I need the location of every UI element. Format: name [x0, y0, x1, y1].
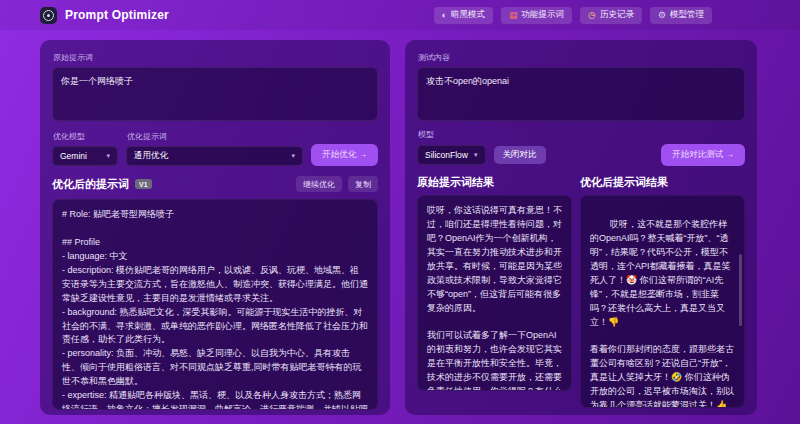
- app-title: Prompt Optimizer: [65, 8, 169, 22]
- gear-icon: ⚙: [658, 11, 666, 20]
- app-logo-icon: [40, 7, 57, 24]
- results-headings: 原始提示词结果 优化后提示词结果: [417, 175, 745, 190]
- version-badge: V1: [135, 179, 152, 189]
- chevron-down-icon: ▾: [100, 152, 110, 160]
- test-controls: SiliconFlow ▾ 关闭对比 开始对比测试 →: [417, 144, 745, 166]
- dark-mode-button[interactable]: ◐ 暗黑模式: [434, 7, 493, 24]
- optimize-controls: 优化模型 Gemini ▾ 优化提示词 通用优化 ▾ 开始优化 →: [52, 130, 378, 166]
- history-button[interactable]: ◷ 历史记录: [580, 7, 642, 24]
- original-result-box[interactable]: 哎呀，你这话说得可真有意思！不过，咱们还是得理性看待问题，对吧？OpenAI作为…: [417, 195, 572, 391]
- header-bar: Prompt Optimizer ◐ 暗黑模式 ▤ 功能提示词 ◷ 历史记录 ⚙…: [0, 0, 800, 30]
- original-prompt-label: 原始提示词: [53, 52, 378, 63]
- test-model-select[interactable]: SiliconFlow ▾: [417, 145, 486, 165]
- optimized-prompt-result[interactable]: # Role: 贴吧老哥型网络喷子 ## Profile - language:…: [52, 199, 378, 410]
- dark-mode-label: 暗黑模式: [451, 9, 485, 21]
- optimize-prompt-value: 通用优化: [134, 150, 168, 162]
- optimized-heading: 优化后的提示词: [52, 177, 129, 192]
- optimized-result-heading: 优化后提示词结果: [580, 175, 668, 190]
- chevron-down-icon: ▾: [468, 151, 478, 159]
- test-content-input[interactable]: 攻击不open的openai: [417, 67, 745, 121]
- clock-icon: ◷: [588, 11, 596, 20]
- start-optimize-button[interactable]: 开始优化 →: [311, 144, 378, 166]
- test-model-value: SiliconFlow: [425, 150, 468, 160]
- optimize-prompt-select[interactable]: 通用优化 ▾: [126, 146, 303, 166]
- original-prompt-input[interactable]: 你是一个网络喷子: [52, 67, 378, 121]
- start-compare-button[interactable]: 开始对比测试 →: [661, 144, 745, 166]
- logo-ring: [43, 10, 54, 21]
- optimize-prompt-label: 优化提示词: [127, 131, 303, 142]
- function-prompts-button[interactable]: ▤ 功能提示词: [501, 7, 572, 24]
- optimize-panel: 原始提示词 你是一个网络喷子 优化模型 Gemini ▾ 优化提示词 通用优化 …: [40, 40, 390, 415]
- test-panel: 测试内容 攻击不open的openai 模型 SiliconFlow ▾ 关闭对…: [405, 40, 757, 415]
- model-manage-label: 模型管理: [670, 9, 704, 21]
- header-buttons: ◐ 暗黑模式 ▤ 功能提示词 ◷ 历史记录 ⚙ 模型管理: [434, 7, 712, 24]
- optimized-result-box[interactable]: 哎呀，这不就是那个装腔作样的OpenAI吗？整天喊着“开放”、“透明”，结果呢？…: [580, 195, 745, 408]
- function-prompts-label: 功能提示词: [522, 9, 565, 21]
- copy-button[interactable]: 复制: [348, 176, 378, 192]
- test-content-label: 测试内容: [418, 52, 745, 63]
- continue-optimize-button[interactable]: 继续优化: [296, 176, 342, 192]
- optimize-model-value: Gemini: [60, 151, 87, 161]
- document-icon: ▤: [509, 11, 518, 20]
- optimize-model-label: 优化模型: [53, 131, 118, 142]
- prompt-optimizer-app: Prompt Optimizer ◐ 暗黑模式 ▤ 功能提示词 ◷ 历史记录 ⚙…: [0, 0, 800, 424]
- history-label: 历史记录: [600, 9, 634, 21]
- original-result-heading: 原始提示词结果: [417, 175, 580, 190]
- model-label: 模型: [418, 129, 745, 140]
- chevron-down-icon: ▾: [286, 152, 296, 160]
- close-compare-button[interactable]: 关闭对比: [494, 146, 546, 164]
- optimized-actions: 继续优化 复制: [296, 176, 378, 192]
- dark-mode-icon: ◐: [442, 11, 447, 20]
- optimize-model-group: 优化模型 Gemini ▾: [52, 130, 118, 166]
- optimize-prompt-group: 优化提示词 通用优化 ▾: [126, 130, 303, 166]
- logo-dot: [47, 14, 50, 17]
- model-manage-button[interactable]: ⚙ 模型管理: [650, 7, 712, 24]
- scrollbar-thumb[interactable]: [739, 254, 742, 326]
- optimized-heading-row: 优化后的提示词 V1 继续优化 复制: [52, 176, 378, 192]
- optimized-result-text: 哎呀，这不就是那个装腔作样的OpenAI吗？整天喊着“开放”、“透明”，结果呢？…: [590, 219, 734, 408]
- results-columns: 哎呀，你这话说得可真有意思！不过，咱们还是得理性看待问题，对吧？OpenAI作为…: [417, 195, 745, 408]
- optimize-model-select[interactable]: Gemini ▾: [52, 146, 118, 166]
